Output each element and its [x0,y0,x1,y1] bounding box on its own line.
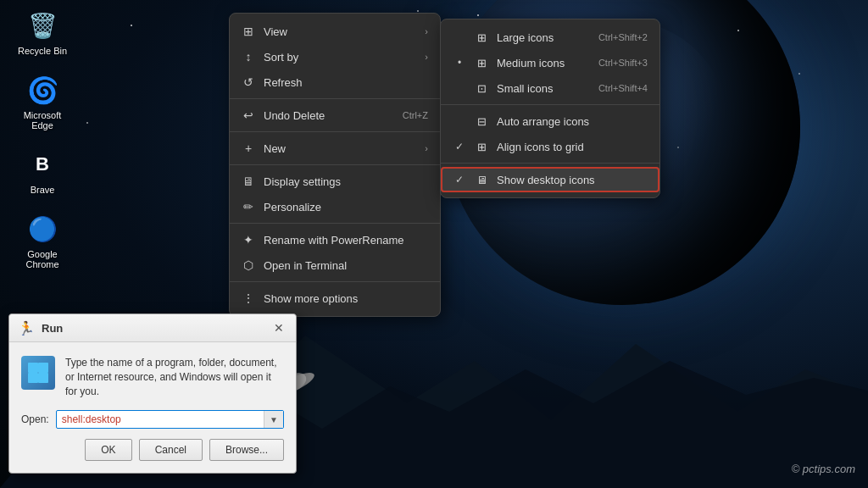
refresh-label: Refresh [264,76,428,89]
submenu-medium-icons[interactable]: • ⊞ Medium icons Ctrl+Shift+3 [441,50,659,75]
menu-divider-3 [230,164,440,165]
menu-item-open-terminal[interactable]: ⬡ Open in Terminal [230,252,440,278]
brave-label: Brave [31,185,55,195]
chrome-icon: 🔵 [25,212,59,246]
svg-rect-8 [28,373,38,383]
run-header-icon [21,356,55,390]
view-submenu: ⊞ Large icons Ctrl+Shift+2 • ⊞ Medium ic… [440,19,660,198]
large-icons-icon: ⊞ [475,30,488,44]
run-dialog: 🏃 Run ✕ Type the name of a program, fold… [8,313,297,474]
brave-icon: B [25,147,59,181]
auto-arrange-icon: ⊟ [475,114,488,128]
medium-icons-icon: ⊞ [475,56,488,69]
edge-label: Microsoft Edge [13,110,72,130]
recycle-bin-label: Recycle Bin [18,46,67,56]
submenu-align-to-grid[interactable]: ✓ ⊞ Align icons to grid [441,134,659,159]
display-settings-icon: 🖥 [242,175,255,188]
watermark: © pctips.com [792,463,855,475]
align-grid-icon: ⊞ [475,140,488,153]
sort-by-arrow: › [425,52,428,62]
desktop-icon-brave[interactable]: B Brave [13,147,72,195]
submenu-large-icons[interactable]: ⊞ Large icons Ctrl+Shift+2 [441,25,659,50]
run-title-icon: 🏃 [18,320,35,336]
view-icon: ⊞ [242,25,255,38]
run-body: Type the name of a program, folder, docu… [9,342,296,473]
medium-icons-check: • [453,57,466,69]
new-icon: + [242,141,255,155]
svg-rect-6 [28,363,38,373]
menu-divider-1 [230,98,440,99]
menu-item-display-settings[interactable]: 🖥 Display settings [230,169,440,194]
large-icons-shortcut: Ctrl+Shift+2 [598,32,648,42]
svg-rect-7 [38,363,48,373]
undo-delete-label: Undo Delete [264,109,394,122]
run-title-text: Run [42,322,63,335]
run-titlebar: 🏃 Run ✕ [9,314,296,342]
menu-item-view[interactable]: ⊞ View › ⊞ Large icons Ctrl+Shift+2 • ⊞ … [230,19,440,44]
personalize-label: Personalize [264,201,428,214]
show-desktop-check: ✓ [453,174,466,186]
menu-item-powerrename[interactable]: ✦ Rename with PowerRename [230,227,440,252]
refresh-icon: ↺ [242,75,255,89]
run-dropdown-button[interactable]: ▼ [264,411,283,428]
personalize-icon: ✏ [242,200,255,214]
submenu-auto-arrange[interactable]: ⊟ Auto arrange icons [441,108,659,134]
small-icons-shortcut: Ctrl+Shift+4 [598,83,648,93]
run-input-wrapper: ▼ [56,410,284,429]
medium-icons-label: Medium icons [497,57,590,69]
align-grid-check: ✓ [453,141,466,152]
align-grid-label: Align icons to grid [497,141,639,153]
run-cancel-button[interactable]: Cancel [139,439,203,461]
view-arrow: › [425,26,428,36]
desktop-icons-container: 🗑️ Recycle Bin 🌀 Microsoft Edge B Brave … [13,8,72,269]
new-label: New [264,142,416,155]
auto-arrange-label: Auto arrange icons [497,115,639,128]
powerrename-icon: ✦ [242,233,255,247]
desktop-icon-edge[interactable]: 🌀 Microsoft Edge [13,73,72,130]
sort-by-label: Sort by [264,51,416,64]
submenu-small-icons[interactable]: ⊡ Small icons Ctrl+Shift+4 [441,75,659,101]
menu-item-personalize[interactable]: ✏ Personalize [230,194,440,219]
desktop-icon-recycle-bin[interactable]: 🗑️ Recycle Bin [13,8,72,56]
new-arrow: › [425,143,428,153]
run-buttons: OK Cancel Browse... [21,439,284,464]
view-submenu-divider-1 [441,104,659,105]
view-submenu-divider-2 [441,163,659,164]
menu-item-new[interactable]: + New › [230,136,440,161]
powerrename-label: Rename with PowerRename [264,234,428,247]
run-title-left: 🏃 Run [18,320,63,336]
sort-by-icon: ↕ [242,50,255,64]
run-header: Type the name of a program, folder, docu… [21,356,284,398]
run-description: Type the name of a program, folder, docu… [65,356,284,398]
run-input-field[interactable] [57,411,264,428]
chrome-label: Google Chrome [13,249,72,269]
show-desktop-label: Show desktop icons [497,174,639,186]
desktop-icon-chrome[interactable]: 🔵 Google Chrome [13,212,72,269]
menu-divider-5 [230,281,440,282]
undo-delete-icon: ↩ [242,108,255,122]
small-icons-label: Small icons [497,82,590,95]
menu-item-sort-by[interactable]: ↕ Sort by › [230,44,440,69]
open-terminal-label: Open in Terminal [264,259,428,272]
context-menu: ⊞ View › ⊞ Large icons Ctrl+Shift+2 • ⊞ … [229,13,441,317]
menu-item-undo-delete[interactable]: ↩ Undo Delete Ctrl+Z [230,103,440,128]
run-close-button[interactable]: ✕ [270,319,287,336]
medium-icons-shortcut: Ctrl+Shift+3 [598,58,648,68]
menu-divider-4 [230,223,440,224]
menu-item-refresh[interactable]: ↺ Refresh [230,69,440,95]
menu-item-show-more[interactable]: ⋮ Show more options [230,286,440,311]
undo-delete-shortcut: Ctrl+Z [403,110,428,120]
show-more-label: Show more options [264,292,428,305]
recycle-bin-icon: 🗑️ [25,8,59,42]
show-desktop-icon: 🖥 [475,173,488,186]
open-terminal-icon: ⬡ [242,258,255,272]
desktop: © pctips.com 🗑️ Recycle Bin 🌀 Microsoft … [0,0,868,488]
small-icons-icon: ⊡ [475,81,488,95]
display-settings-label: Display settings [264,175,428,188]
menu-divider-2 [230,131,440,132]
submenu-show-desktop-icons[interactable]: ✓ 🖥 Show desktop icons [441,167,659,192]
show-more-icon: ⋮ [242,291,255,305]
run-ok-button[interactable]: OK [85,439,131,461]
large-icons-label: Large icons [497,31,590,44]
run-browse-button[interactable]: Browse... [209,439,284,461]
